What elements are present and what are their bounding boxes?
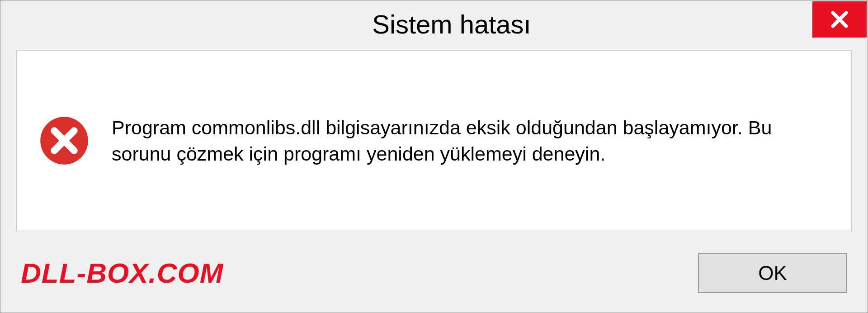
error-dialog: Sistem hatası Program commonlibs.dll bil… bbox=[0, 0, 868, 313]
close-button[interactable] bbox=[812, 1, 867, 38]
error-icon bbox=[39, 116, 89, 166]
watermark-text: DLL-BOX.COM bbox=[21, 257, 223, 289]
close-icon bbox=[830, 9, 849, 29]
content-panel: Program commonlibs.dll bilgisayarınızda … bbox=[16, 50, 852, 231]
titlebar: Sistem hatası bbox=[0, 0, 868, 48]
error-message: Program commonlibs.dll bilgisayarınızda … bbox=[112, 114, 829, 167]
ok-button-label: OK bbox=[758, 262, 787, 285]
ok-button[interactable]: OK bbox=[698, 253, 847, 293]
dialog-footer: DLL-BOX.COM OK bbox=[0, 240, 868, 313]
dialog-title: Sistem hatası bbox=[19, 9, 812, 39]
